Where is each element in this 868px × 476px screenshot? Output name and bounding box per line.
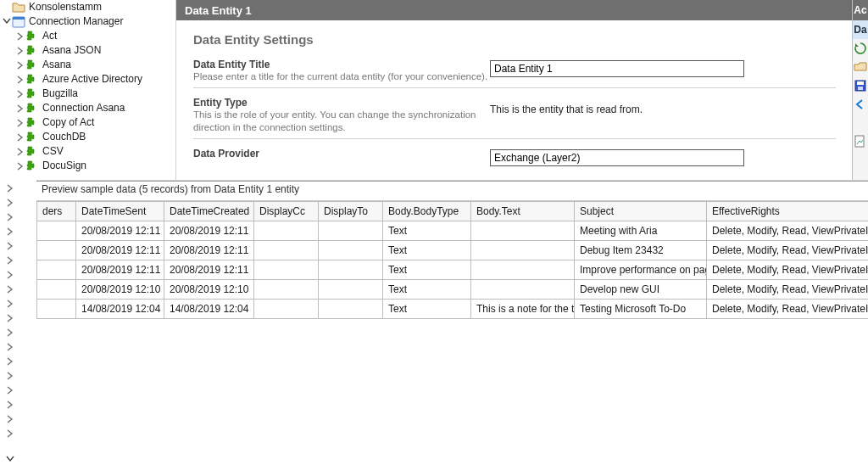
table-cell: Delete, Modify, Read, ViewPrivateI: [707, 221, 869, 241]
table-cell: [254, 241, 319, 260]
table-row[interactable]: 20/08/2019 12:1120/08/2019 12:11TextImpr…: [37, 260, 869, 280]
expand-icon[interactable]: [15, 133, 25, 142]
tree-item[interactable]: Act: [0, 29, 175, 43]
tree-item-label: Asana: [42, 58, 71, 72]
save-icon[interactable]: [853, 76, 868, 95]
table-cell: [319, 280, 383, 300]
column-header[interactable]: ders: [37, 202, 76, 221]
tree-item[interactable]: Bugzilla: [0, 87, 175, 101]
table-cell: Text: [383, 300, 471, 319]
table-cell: 14/08/2019 12:04: [76, 300, 164, 319]
column-header[interactable]: Body.Text: [471, 202, 575, 221]
column-header[interactable]: DateTimeSent: [76, 202, 164, 221]
tree-root-label: Konsolenstamm: [28, 0, 102, 14]
field-label: Data Provider: [193, 148, 490, 160]
connector-icon: [25, 102, 39, 115]
expand-icon[interactable]: [15, 104, 25, 113]
back-icon[interactable]: [853, 95, 868, 114]
expand-icon[interactable]: [15, 32, 25, 41]
expand-icon[interactable]: [5, 256, 15, 265]
column-header[interactable]: DateTimeCreated: [164, 202, 254, 221]
data-provider-input[interactable]: [490, 149, 744, 166]
expand-icon[interactable]: [5, 343, 15, 351]
table-cell: Delete, Modify, Read, ViewPrivateI: [707, 260, 869, 280]
collapse-icon[interactable]: [5, 456, 15, 464]
table-row[interactable]: 20/08/2019 12:1120/08/2019 12:11TextDebu…: [37, 241, 869, 260]
expand-icon[interactable]: [5, 429, 15, 438]
expand-icon[interactable]: [5, 285, 15, 294]
expand-icon[interactable]: [15, 76, 25, 84]
expand-icon[interactable]: [15, 61, 25, 70]
tree-root[interactable]: Konsolenstamm: [0, 0, 175, 14]
tree-connection-manager[interactable]: Connection Manager: [0, 14, 175, 29]
table-cell: [254, 300, 319, 319]
expand-icon[interactable]: [5, 372, 15, 380]
tree-item-label: CSV: [42, 144, 64, 159]
expand-icon[interactable]: [5, 415, 15, 423]
tree-item[interactable]: Azure Active Directory: [0, 72, 175, 87]
field-desc: This is the role of your entity. You can…: [193, 109, 490, 133]
column-header[interactable]: DisplayCc: [254, 202, 319, 221]
connector-icon: [25, 131, 39, 144]
expand-icon[interactable]: [15, 47, 25, 55]
preview-title: Preview sample data (5 records) from Dat…: [36, 182, 868, 201]
tree-item[interactable]: CSV: [0, 144, 175, 159]
expand-icon[interactable]: [15, 148, 25, 156]
field-data-provider: Data Provider: [193, 148, 836, 166]
connector-icon: [25, 160, 39, 173]
tree-item-label: Asana JSON: [42, 43, 101, 58]
expand-icon[interactable]: [15, 162, 25, 171]
expand-icon[interactable]: [15, 90, 25, 98]
column-header[interactable]: DisplayTo: [319, 202, 383, 221]
table-cell: Text: [383, 280, 471, 300]
tree-item-label: Copy of Act: [42, 115, 94, 130]
entity-title-bar: Data Entity 1: [176, 0, 853, 20]
tree-item[interactable]: Connection Asana: [0, 101, 175, 115]
column-header[interactable]: EffectiveRights: [707, 202, 869, 221]
expand-icon[interactable]: [5, 199, 15, 207]
folder-icon: [12, 1, 25, 14]
separator: [193, 87, 836, 88]
expand-icon[interactable]: [5, 400, 15, 409]
tree-item[interactable]: Asana: [0, 58, 175, 72]
expand-icon[interactable]: [5, 357, 15, 366]
tree-item[interactable]: CouchDB: [0, 130, 175, 144]
data-entity-title-input[interactable]: [490, 60, 744, 77]
column-header[interactable]: Subject: [575, 202, 707, 221]
expand-icon[interactable]: [5, 213, 15, 221]
column-header[interactable]: Body.BodyType: [383, 202, 471, 221]
expand-icon[interactable]: [5, 184, 15, 193]
table-row[interactable]: 14/08/2019 12:0414/08/2019 12:04TextThis…: [37, 300, 869, 319]
tree-item[interactable]: Asana JSON: [0, 43, 175, 58]
open-icon[interactable]: [853, 58, 868, 76]
table-cell: Delete, Modify, Read, ViewPrivateI: [707, 280, 869, 300]
expand-icon[interactable]: [15, 119, 25, 127]
expand-icon[interactable]: [5, 300, 15, 308]
expand-icon[interactable]: [5, 242, 15, 250]
table-row[interactable]: 20/08/2019 12:1120/08/2019 12:11TextMeet…: [37, 221, 869, 241]
table-cell: Text: [383, 241, 471, 260]
tree-item[interactable]: DocuSign: [0, 159, 175, 173]
table-cell: Text: [383, 260, 471, 280]
table-cell: [319, 241, 383, 260]
settings-form: Data Entity Settings Data Entity Title P…: [176, 20, 853, 166]
collapse-icon[interactable]: [2, 18, 12, 26]
expand-icon[interactable]: [5, 328, 15, 337]
table-cell: [37, 300, 76, 319]
data-icon[interactable]: Da: [853, 20, 868, 39]
doc-icon[interactable]: [853, 132, 868, 151]
table-cell: 20/08/2019 12:10: [76, 280, 164, 300]
expand-icon[interactable]: [5, 314, 15, 322]
table-cell: Delete, Modify, Read, ViewPrivateI: [707, 300, 869, 319]
refresh-icon[interactable]: [853, 39, 868, 58]
tree-item[interactable]: Copy of Act: [0, 115, 175, 130]
field-entity-type: Entity Type This is the role of your ent…: [193, 97, 836, 133]
table-row[interactable]: 20/08/2019 12:1020/08/2019 12:10TextDeve…: [37, 280, 869, 300]
field-label: Entity Type: [193, 97, 490, 109]
expand-icon[interactable]: [5, 227, 15, 236]
connection-manager-icon: [12, 15, 25, 29]
expand-icon[interactable]: [5, 271, 15, 279]
connector-icon: [25, 116, 39, 130]
preview-grid[interactable]: dersDateTimeSentDateTimeCreatedDisplayCc…: [36, 201, 868, 319]
expand-icon[interactable]: [5, 386, 15, 395]
